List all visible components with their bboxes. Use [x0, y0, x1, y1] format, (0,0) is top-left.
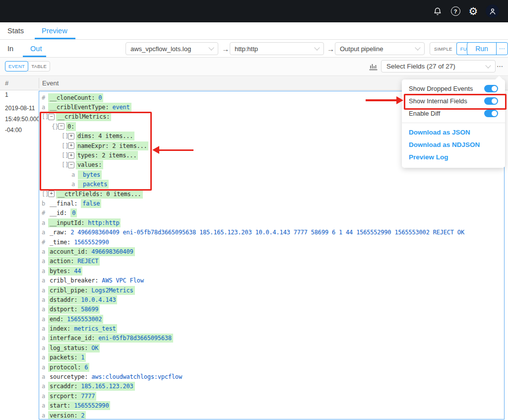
- menu-link-download-as-json[interactable]: Download as JSON: [402, 126, 505, 139]
- chevron-down-icon: [314, 45, 319, 50]
- tab-out[interactable]: Out: [30, 40, 42, 57]
- expand-toggle[interactable]: +: [48, 191, 55, 197]
- annotation-box-cribl-metrics: [40, 112, 152, 191]
- str-type-icon: a: [42, 335, 48, 342]
- str-type-icon: a: [42, 258, 48, 265]
- toggle-switch-on[interactable]: [484, 110, 498, 117]
- input-dropdown[interactable]: http:http: [230, 42, 324, 55]
- tab-in[interactable]: In: [7, 40, 13, 57]
- str-type-icon: a: [42, 364, 48, 371]
- field-text: log_status:OK: [48, 344, 100, 352]
- field-text: __criblEventType:event: [48, 103, 131, 112]
- run-button[interactable]: Run: [467, 43, 496, 55]
- event-field-dstport: adstport:58699: [42, 305, 504, 314]
- flow-arrow-icon: →: [327, 42, 334, 55]
- field-value: 1565553002: [67, 316, 102, 323]
- event-field-cribl_pipe: acribl_pipe:Logs2Metrics: [42, 285, 504, 295]
- field-value: 1565552990: [74, 402, 109, 409]
- bool-type-icon: b: [42, 200, 48, 207]
- toggle-switch-on[interactable]: [484, 85, 498, 92]
- field-value: 0: [98, 94, 102, 101]
- field-key: __ctrlFields:: [58, 191, 103, 198]
- str-type-icon: a: [42, 229, 48, 236]
- field-value: 2 496698360409 eni-05fb78d3665095638 185…: [70, 229, 464, 236]
- histogram-icon[interactable]: [369, 63, 378, 72]
- field-key: _time:: [50, 239, 70, 246]
- bell-icon[interactable]: [432, 6, 443, 17]
- table-view-button[interactable]: TABLE: [28, 61, 50, 71]
- annotation-arrow-menu: [396, 96, 403, 104]
- select-fields-dropdown[interactable]: Select Fields (27 of 27): [381, 60, 496, 72]
- event-timezone: -04:00: [5, 125, 37, 136]
- pipeline-value: Output pipeline: [340, 45, 383, 53]
- event-field-version: aversion:2: [42, 411, 504, 420]
- event-field-packets: apackets:1: [42, 353, 504, 362]
- field-key: account_id:: [50, 248, 88, 255]
- field-text: dstport:58699: [48, 305, 100, 314]
- pipeline-dropdown[interactable]: Output pipeline: [335, 42, 425, 55]
- run-more-button[interactable]: ⋯: [496, 43, 508, 55]
- column-header-event: Event: [42, 79, 59, 87]
- str-type-icon: a: [42, 393, 48, 400]
- user-avatar[interactable]: [486, 4, 499, 18]
- field-text: _time:1565552990: [48, 238, 110, 247]
- event-time: 15:49:50.000: [5, 114, 37, 125]
- event-row-number: 1: [5, 91, 37, 98]
- field-key: __final:: [50, 200, 77, 207]
- annotation-arrow-event: [152, 146, 159, 154]
- event-field-index: aindex:metrics_test: [42, 324, 504, 333]
- event-field-__id: #__id:0: [42, 209, 504, 218]
- menu-item-show-dropped-events[interactable]: Show Dropped Events: [402, 82, 505, 95]
- event-field-_raw: a_raw:2 496698360409 eni-05fb78d36650956…: [42, 227, 504, 237]
- event-field-cribl_breaker: acribl_breaker:AWS VPC Flow: [42, 276, 504, 285]
- view-options-strip: EVENT TABLE Select Fields (27 of 27) ⋯: [0, 58, 508, 76]
- top-navbar: ? ⚙: [0, 0, 508, 22]
- field-key: __cloneCount:: [50, 94, 95, 101]
- simple-mode-button[interactable]: SIMPLE: [430, 42, 457, 55]
- field-value: 185.165.123.203: [81, 383, 133, 390]
- field-value: 2: [81, 412, 84, 419]
- more-options-button[interactable]: ⋯: [497, 60, 504, 72]
- field-text: bytes:44: [48, 267, 82, 276]
- field-value: 6: [84, 364, 88, 371]
- field-text: __id:0: [48, 208, 78, 218]
- event-field-action: aaction:REJECT: [42, 257, 504, 266]
- field-key: interface_id:: [50, 335, 95, 342]
- field-key: cribl_breaker:: [50, 277, 98, 284]
- field-key: __criblEventType:: [50, 104, 109, 111]
- field-key: dstport:: [50, 306, 77, 313]
- field-value: 10.0.4.143: [81, 296, 116, 303]
- field-text: dstaddr:10.0.4.143: [48, 295, 117, 304]
- field-value: Logs2Metrics: [91, 287, 133, 294]
- field-value: 0: [70, 209, 77, 217]
- field-key: srcaddr:: [50, 383, 77, 390]
- field-items-count: 0 items...: [106, 191, 141, 198]
- str-type-icon: a: [42, 316, 48, 323]
- menu-link-download-as-ndjson[interactable]: Download as NDJSON: [402, 139, 505, 151]
- num-type-icon: #: [42, 94, 48, 101]
- event-field-srcaddr: asrcaddr:185.165.123.203: [42, 382, 504, 391]
- num-type-icon: #: [42, 210, 48, 216]
- help-glyph: ?: [451, 6, 460, 16]
- event-field-account_id: aaccount_id:496698360409: [42, 247, 504, 256]
- settings-gear-icon[interactable]: ⚙: [468, 6, 479, 17]
- field-text: __ctrlFields:0 items...: [56, 190, 143, 199]
- menu-link-preview-log[interactable]: Preview Log: [402, 151, 505, 163]
- event-view-button[interactable]: EVENT: [5, 61, 28, 71]
- field-key: cribl_pipe:: [50, 287, 88, 294]
- event-field-log_status: alog_status:OK: [42, 343, 504, 352]
- options-menu: Show Dropped EventsShow Internal FieldsE…: [402, 79, 505, 168]
- tab-stats[interactable]: Stats: [7, 22, 24, 39]
- str-type-icon: a: [42, 296, 48, 303]
- help-icon[interactable]: ?: [450, 6, 461, 17]
- annotation-arrow-menu-shaft: [366, 99, 397, 101]
- field-text: srcport:7777: [48, 392, 96, 401]
- event-table-toggle: EVENT TABLE: [5, 61, 50, 71]
- field-text: action:REJECT: [48, 257, 100, 266]
- field-key: __inputId:: [50, 219, 84, 226]
- tab-preview[interactable]: Preview: [42, 22, 67, 39]
- menu-divider: [402, 123, 505, 123]
- preview-toolbar: InOut aws_vpcflow_lots.log → http:http →…: [0, 40, 508, 58]
- sample-file-dropdown[interactable]: aws_vpcflow_lots.log: [126, 42, 218, 55]
- field-text: sourcetype:aws:cloudwatchlogs:vpcflow: [48, 372, 184, 381]
